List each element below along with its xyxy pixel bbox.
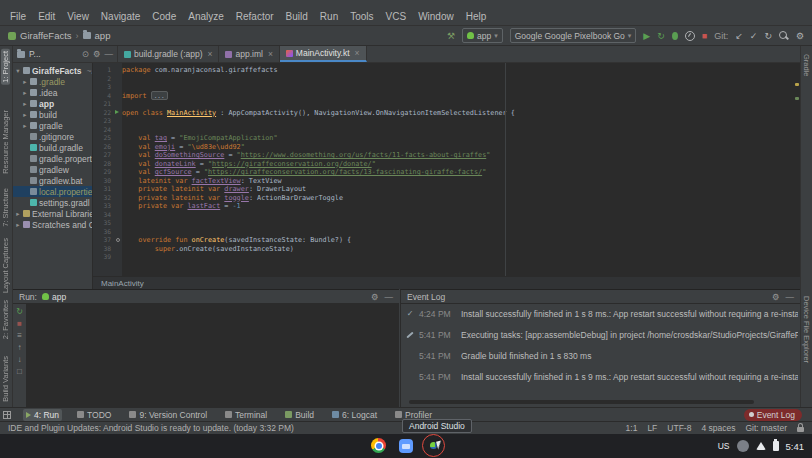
tree-item-app[interactable]: ▸app (13, 98, 92, 109)
apply-changes-button[interactable]: ↻ (657, 31, 665, 41)
expand-icon[interactable]: ▸ (15, 210, 21, 218)
scrollbar-ok-mark[interactable] (795, 97, 799, 100)
line-number[interactable]: 26 (93, 143, 114, 152)
line-number[interactable]: 36 (93, 228, 114, 237)
menu-file[interactable]: File (4, 10, 32, 23)
code-editor[interactable]: 1package com.naranjaconsal.giraffefacts2… (93, 63, 800, 276)
close-tab-icon[interactable]: × (268, 49, 273, 59)
files-app-icon[interactable] (399, 439, 413, 453)
stripe-1-project[interactable]: 1: Project (1, 49, 10, 85)
line-number[interactable]: 32 (93, 194, 114, 203)
menu-window[interactable]: Window (412, 10, 460, 23)
line-number[interactable]: 25 (93, 134, 114, 143)
clock[interactable]: 5:41 (786, 441, 805, 452)
run-console[interactable] (27, 304, 399, 407)
code-line[interactable]: 2 (93, 75, 800, 84)
indent-style[interactable]: 4 spaces (701, 423, 735, 433)
code-line[interactable]: 38 super.onCreate(savedInstanceState) (93, 245, 800, 254)
tree-item-gitignore[interactable]: .gitignore (13, 131, 92, 142)
line-number[interactable]: 21 (93, 100, 114, 109)
code-line[interactable]: 27 val doSomethingSource = "https://www.… (93, 151, 800, 160)
toolwindow-9-version-control[interactable]: 9: Version Control (126, 409, 210, 421)
chrome-icon[interactable] (371, 438, 386, 453)
tree-item-local-properties[interactable]: local.properties (13, 186, 92, 197)
run-settings-icon[interactable]: ⚙ (371, 292, 379, 302)
toolwindow-terminal[interactable]: Terminal (222, 409, 270, 421)
tab-app-iml[interactable]: app.iml× (219, 46, 279, 62)
toolwindow-4-run[interactable]: 4: Run (23, 409, 62, 421)
profile-button[interactable] (685, 31, 695, 41)
breadcrumb-project[interactable]: GiraffeFacts (20, 30, 72, 41)
menu-view[interactable]: View (61, 10, 95, 23)
stripe-layout-captures[interactable]: Layout Captures (1, 236, 10, 295)
line-number[interactable]: 29 (93, 168, 114, 177)
stripe-2-favorites[interactable]: 2: Favorites (1, 298, 10, 341)
tab-mainactivity-kt[interactable]: MainActivity.kt× (280, 46, 367, 62)
tree-item-gradle[interactable]: ▸gradle (13, 120, 92, 131)
tree-item-gradlew-bat[interactable]: gradlew.bat (13, 175, 92, 186)
tree-item-gradle-propert[interactable]: gradle.propert (13, 153, 92, 164)
caret-position[interactable]: 1:1 (626, 423, 638, 433)
stripe-device-file-explorer[interactable]: Device File Explorer (802, 294, 811, 365)
code-line[interactable]: 34 (93, 211, 800, 220)
stripe-build-variants[interactable]: Build Variants (1, 354, 10, 404)
code-line[interactable]: 30 lateinit var factTextView: TextView (93, 177, 800, 186)
tree-item-settings-gradl[interactable]: settings.gradl (13, 197, 92, 208)
line-number[interactable]: 27 (93, 151, 114, 160)
line-number[interactable]: 23 (93, 117, 114, 126)
code-line[interactable]: 26 val emoji = "\ud83e\udd92" (93, 143, 800, 152)
tree-item-gradlew[interactable]: gradlew (13, 164, 92, 175)
tree-item-build-gradle[interactable]: build.gradle (13, 142, 92, 153)
code-line[interactable]: 1package com.naranjaconsal.giraffefacts (93, 66, 800, 75)
line-number[interactable]: 22 (93, 109, 114, 118)
panel-settings-icon[interactable]: ⚙ (93, 49, 101, 59)
expand-icon[interactable]: ▸ (22, 111, 28, 119)
keyboard-layout-badge[interactable]: US (718, 441, 730, 451)
code-line[interactable]: 31 private lateinit var drawer: DrawerLa… (93, 185, 800, 194)
line-number[interactable]: 38 (93, 245, 114, 254)
event-log-badge[interactable]: Event Log (744, 409, 802, 421)
line-separator[interactable]: LF (647, 423, 657, 433)
line-number[interactable]: 3 (93, 83, 114, 92)
lock-icon[interactable] (797, 427, 804, 432)
code-line[interactable]: 3 (93, 83, 800, 92)
tree-item-idea[interactable]: ▸.idea (13, 87, 92, 98)
close-tab-icon[interactable]: × (355, 48, 360, 58)
menu-analyze[interactable]: Analyze (182, 10, 230, 23)
run-gutter-icon[interactable] (114, 109, 122, 118)
line-number[interactable]: 31 (93, 185, 114, 194)
run-menu-button[interactable]: ≡ (17, 331, 22, 340)
stop-button[interactable]: ■ (702, 31, 707, 41)
event-log-settings-icon[interactable]: ⚙ (772, 292, 780, 302)
code-line[interactable]: 21 (93, 100, 800, 109)
code-line[interactable]: 23 (93, 117, 800, 126)
tree-item-external-libraries[interactable]: ▸External Libraries (13, 208, 92, 219)
menu-vcs[interactable]: VCS (380, 10, 413, 23)
code-line[interactable]: 37 override fun onCreate(savedInstanceSt… (93, 236, 800, 245)
line-number[interactable]: 30 (93, 177, 114, 186)
down-stack-trace-button[interactable]: ↓ (18, 355, 22, 364)
clear-console-button[interactable]: □ (17, 367, 22, 376)
line-number[interactable]: 33 (93, 202, 114, 211)
menu-tools[interactable]: Tools (344, 10, 379, 23)
menu-build[interactable]: Build (280, 10, 314, 23)
tree-root[interactable]: ▾GiraffeFacts~/St (13, 65, 92, 76)
status-message[interactable]: IDE and Plugin Updates: Android Studio i… (8, 423, 294, 433)
hide-panel-icon[interactable]: — (105, 49, 114, 59)
hide-event-log-icon[interactable]: — (786, 292, 795, 302)
collapse-icon[interactable]: ▾ (15, 67, 21, 75)
user-avatar[interactable] (737, 440, 749, 452)
up-stack-trace-button[interactable]: ↑ (18, 343, 22, 352)
breadcrumb-module[interactable]: app (95, 30, 111, 41)
expand-icon[interactable]: ▸ (22, 89, 28, 97)
rerun-button[interactable]: ↻ (16, 307, 23, 316)
line-number[interactable]: 37 (93, 236, 114, 245)
code-line[interactable]: 22open class MainActivity : AppCompatAct… (93, 109, 800, 118)
tree-item-scratches-and-c[interactable]: ▸Scratches and C (13, 219, 92, 230)
update-project-button[interactable]: ↙ (735, 31, 743, 41)
code-line[interactable]: 39 (93, 253, 800, 262)
run-button[interactable]: ▶ (643, 31, 650, 41)
run-tab-app[interactable]: app (42, 292, 66, 302)
line-number[interactable]: 34 (93, 211, 114, 220)
device-select[interactable]: Google Google Pixelbook Go ▾ (510, 28, 637, 43)
